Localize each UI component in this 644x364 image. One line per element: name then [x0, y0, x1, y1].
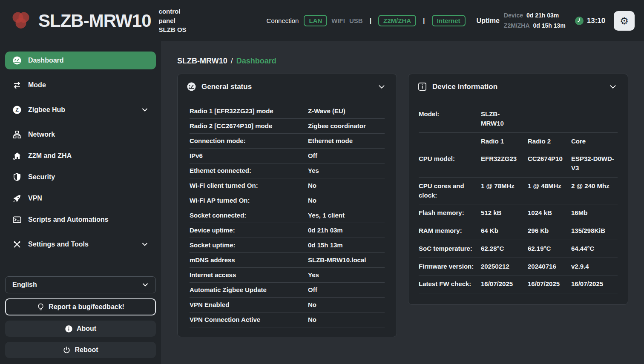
device-info-row: Flash memory: 512 kB 1024 kB 16Mb	[419, 204, 618, 222]
device-info-row-label: RAM memory:	[419, 226, 481, 235]
device-info-radio1-value: EFR32ZG23	[481, 154, 528, 173]
device-info-radio1-value: 64 Kb	[481, 226, 528, 235]
status-row-value: No	[308, 182, 385, 189]
top-header: SLZB-MRW10 control panel SLZB OS Connect…	[0, 0, 644, 41]
sidebar-item-z2m-zha[interactable]: Z2M and ZHA	[5, 147, 156, 165]
device-info-radio1-value: 62.28°C	[481, 244, 528, 253]
status-row-label: Device uptime:	[190, 226, 308, 234]
language-select[interactable]: English	[5, 276, 156, 293]
general-status-table: Radio 1 [EFR32ZG23] mode Z-Wave (EU) Rad…	[178, 97, 397, 337]
sidebar-item-zigbee-hub[interactable]: Z Zigbee Hub	[5, 101, 156, 119]
status-row-value: No	[308, 301, 385, 308]
usb-status-label: USB	[349, 17, 363, 24]
chevron-down-icon	[141, 241, 148, 248]
uptime-z2m-label: Z2M/ZHA	[504, 22, 530, 29]
info-circle-icon	[65, 325, 73, 333]
device-info-radio2-value: 20240716	[528, 262, 571, 271]
about-button[interactable]: About	[5, 321, 156, 337]
uptime-label: Uptime	[477, 17, 500, 25]
connection-status-group: Connection LAN WIFI USB | Z2M/ZHA | Inte…	[267, 15, 466, 26]
report-bug-label: Report a bug/feedback!	[49, 303, 124, 311]
chevron-down-icon[interactable]	[609, 83, 617, 91]
terminal-icon	[13, 215, 21, 224]
about-label: About	[77, 325, 96, 332]
home-signal-icon	[13, 152, 21, 160]
column-radio1: Radio 1	[481, 137, 528, 146]
app-title: SLZB-MRW10	[38, 11, 151, 31]
device-info-row: CPU cores and clock: 1 @ 78MHz 1 @ 48MHz…	[419, 178, 618, 205]
subtitle-line2: SLZB OS	[159, 25, 195, 34]
separator: |	[423, 17, 425, 25]
uptime-device-label: Device	[504, 12, 523, 19]
sidebar-item-vpn[interactable]: VPN	[5, 189, 156, 207]
sidebar-item-scripts[interactable]: Scripts and Automations	[5, 211, 156, 229]
device-info-row-label: Flash memory:	[419, 208, 481, 218]
device-info-radio2-value: CC2674P10	[528, 154, 571, 173]
status-row-label: Automatic Zigbee Update	[190, 286, 308, 293]
breadcrumb: SLZB-MRW10/Dashboard	[177, 57, 628, 66]
status-row-value: Off	[308, 286, 385, 293]
device-info-radio2-value: 62.19°C	[528, 244, 571, 253]
device-info-card: Device information Model: SLZB-MRW10 Rad…	[408, 74, 628, 305]
gauge-icon	[13, 56, 21, 65]
sidebar: Dashboard Mode Z Zigbee Hub Network Z2M …	[0, 41, 161, 364]
status-row-value: No	[308, 197, 385, 204]
uptime-z2m-value: 0d 15h 13m	[533, 22, 566, 29]
status-row: Radio 1 [EFR32ZG23] mode Z-Wave (EU)	[190, 104, 385, 119]
settings-gear-button[interactable]: ⚙	[614, 11, 635, 31]
status-row-label: Internet access	[190, 271, 308, 278]
main-content: SLZB-MRW10/Dashboard General status Radi…	[161, 41, 644, 364]
slzb-logo	[9, 9, 32, 32]
status-row: VPN Enabled No	[190, 298, 385, 312]
sidebar-item-label: Network	[28, 131, 55, 138]
zigbee-icon: Z	[13, 106, 21, 114]
sidebar-item-settings-tools[interactable]: Settings and Tools	[5, 235, 156, 253]
sidebar-item-label: Zigbee Hub	[28, 106, 65, 114]
sidebar-item-security[interactable]: Security	[5, 168, 156, 186]
clock-icon	[575, 17, 584, 25]
status-row-value: 0d 21h 03m	[308, 226, 385, 234]
app-subtitle: control panel SLZB OS	[159, 7, 195, 34]
status-row-label: VPN Enabled	[190, 301, 308, 308]
sidebar-item-mode[interactable]: Mode	[5, 76, 156, 94]
device-info-header[interactable]: Device information	[408, 74, 628, 97]
status-row-value: 0d 15h 13m	[308, 241, 385, 249]
status-row-label: VPN Connection Active	[190, 316, 308, 323]
svg-text:Z: Z	[15, 107, 19, 113]
device-info-core-value: 16Mb	[571, 208, 618, 218]
device-info-row-label: SoC temperature:	[419, 244, 481, 253]
model-row: Model: SLZB-MRW10	[419, 106, 618, 133]
sidebar-item-dashboard[interactable]: Dashboard	[5, 52, 156, 69]
chevron-down-icon[interactable]	[378, 83, 385, 91]
language-selected-value: English	[12, 281, 37, 289]
device-info-radio2-value: 1 @ 48MHz	[528, 181, 571, 200]
device-info-row: CPU model: EFR32ZG23 CC2674P10 ESP32-D0W…	[419, 150, 618, 178]
status-row: Device uptime: 0d 21h 03m	[190, 223, 385, 238]
general-status-header[interactable]: General status	[178, 74, 397, 97]
device-info-radio1-value: 16/07/2025	[481, 279, 528, 289]
status-row-value: Ethernet mode	[308, 137, 385, 144]
device-info-radio2-value: 1024 kB	[528, 208, 571, 218]
device-info-row: Firmware version: 20250212 20240716 v2.9…	[419, 258, 618, 276]
reboot-button[interactable]: Reboot	[5, 342, 156, 358]
status-row-label: Radio 1 [EFR32ZG23] mode	[190, 107, 308, 115]
status-row: Wi-Fi AP turned On: No	[190, 193, 385, 208]
device-info-radio1-value: 512 kB	[481, 208, 528, 218]
status-row-label: Connection mode:	[190, 137, 308, 144]
status-row-value: Off	[308, 152, 385, 159]
device-info-table: Model: SLZB-MRW10 Radio 1 Radio 2 Core C…	[408, 97, 628, 304]
report-bug-button[interactable]: Report a bug/feedback!	[5, 298, 156, 315]
status-row: Socket uptime: 0d 15h 13m	[190, 238, 385, 253]
sidebar-item-label: Dashboard	[28, 57, 64, 64]
uptime-device-value: 0d 21h 03m	[526, 12, 559, 19]
device-info-row-label: Firmware version:	[419, 262, 481, 271]
sidebar-item-network[interactable]: Network	[5, 126, 156, 143]
breadcrumb-separator: /	[231, 57, 233, 65]
shield-icon	[13, 173, 21, 181]
subtitle-line1: control panel	[159, 7, 195, 26]
sidebar-item-label: Scripts and Automations	[28, 216, 109, 224]
breadcrumb-root[interactable]: SLZB-MRW10	[177, 57, 227, 65]
status-row-label: Ethernet connected:	[190, 167, 308, 174]
swap-arrows-icon	[13, 81, 21, 89]
z2m-zha-status-badge: Z2M/ZHA	[378, 15, 416, 26]
